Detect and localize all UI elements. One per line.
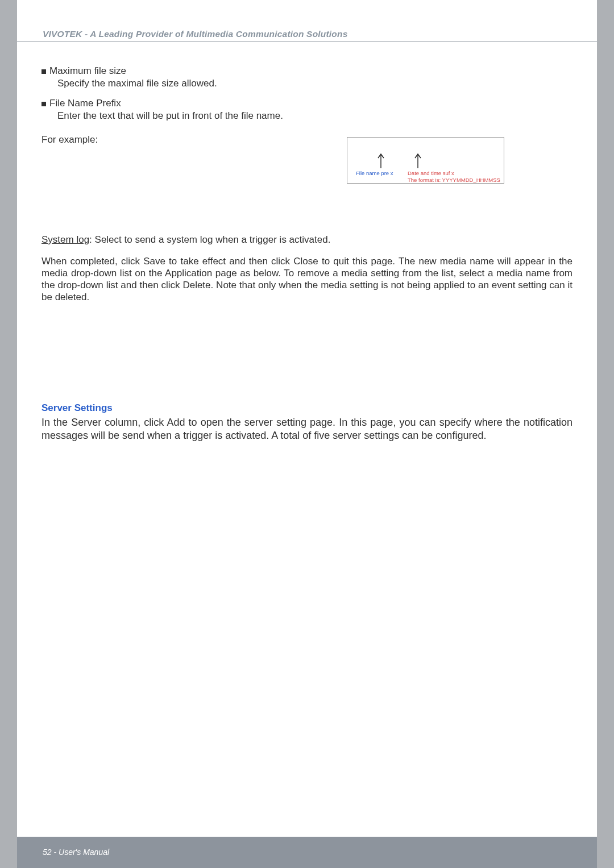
system-log-desc: : Select to send a system log when a tri…	[89, 234, 330, 245]
diagram-suffix-line1: Date and time suf x	[408, 170, 500, 177]
server-settings-desc: In the Server column, click Add to open …	[42, 416, 572, 442]
document-page: VIVOTEK - A Leading Provider of Multimed…	[17, 0, 597, 868]
bullet-max-file-size: Maximum file size Specify the maximal fi…	[42, 65, 572, 89]
footer-bar: 52 - User's Manual	[17, 837, 597, 868]
bullet-desc: Specify the maximal file size allowed.	[57, 78, 572, 90]
bullet-desc: Enter the text that will be put in front…	[57, 110, 572, 122]
up-arrow-icon	[414, 152, 422, 168]
diagram-suffix-line2: The format is: YYYYMMDD_HHMMSS	[408, 177, 500, 184]
bullet-icon	[42, 102, 46, 106]
system-log-label: System log	[42, 234, 89, 245]
footer-label: - User's Manual	[52, 848, 109, 857]
page-number: 52	[43, 848, 52, 857]
up-arrow-icon	[377, 152, 385, 168]
server-settings-title: Server Settings	[42, 402, 572, 414]
bullet-file-name-prefix: File Name Prefix Enter the text that wil…	[42, 98, 572, 122]
diagram-suffix-label: Date and time suf x The format is: YYYYM…	[408, 170, 500, 184]
header-title: VIVOTEK - A Leading Provider of Multimed…	[43, 29, 348, 39]
system-log-line: System log: Select to send a system log …	[42, 234, 572, 246]
bullet-title: File Name Prefix	[49, 98, 572, 110]
footer-text: 52 - User's Manual	[43, 848, 109, 857]
diagram-prefix-label: File name pre x	[356, 170, 393, 177]
bullet-title: Maximum file size	[49, 65, 572, 77]
bullet-icon	[42, 69, 46, 74]
filename-diagram: File name pre x Date and time suf x The …	[347, 137, 504, 184]
content-area: Maximum file size Specify the maximal fi…	[42, 65, 572, 442]
media-paragraph: When completed, click Save to take effec…	[42, 256, 572, 303]
